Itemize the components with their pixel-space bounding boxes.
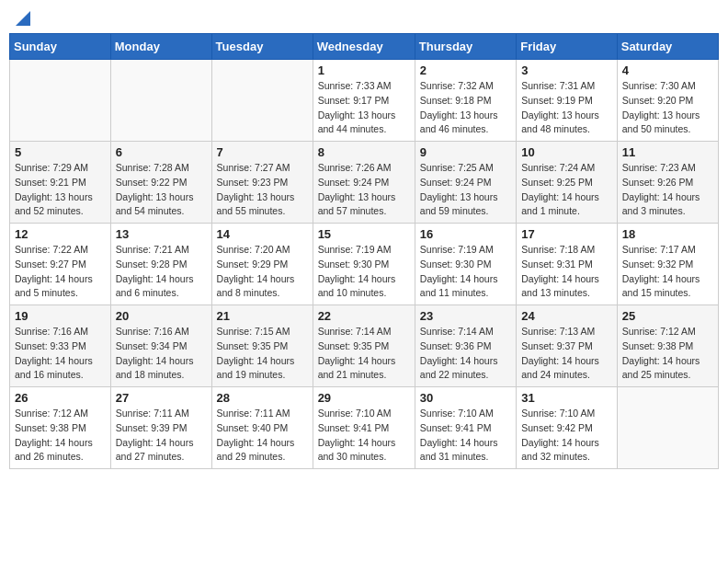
day-info: Sunrise: 7:31 AMSunset: 9:19 PMDaylight:… <box>521 79 612 137</box>
calendar-cell: 8Sunrise: 7:26 AMSunset: 9:24 PMDaylight… <box>313 142 415 224</box>
calendar-cell: 21Sunrise: 7:15 AMSunset: 9:35 PMDayligh… <box>211 305 313 387</box>
calendar-cell: 25Sunrise: 7:12 AMSunset: 9:38 PMDayligh… <box>617 305 718 387</box>
calendar-cell: 4Sunrise: 7:30 AMSunset: 9:20 PMDaylight… <box>617 60 718 142</box>
svg-marker-0 <box>16 11 30 26</box>
page-header <box>9 9 719 26</box>
calendar-cell: 11Sunrise: 7:23 AMSunset: 9:26 PMDayligh… <box>617 142 718 224</box>
calendar-cell: 6Sunrise: 7:28 AMSunset: 9:22 PMDaylight… <box>110 142 211 224</box>
calendar-cell: 20Sunrise: 7:16 AMSunset: 9:34 PMDayligh… <box>110 305 211 387</box>
day-number: 24 <box>521 309 612 323</box>
day-header-tuesday: Tuesday <box>211 34 313 60</box>
day-number: 9 <box>420 145 511 159</box>
calendar-body: 1Sunrise: 7:33 AMSunset: 9:17 PMDaylight… <box>10 60 719 469</box>
calendar-cell: 2Sunrise: 7:32 AMSunset: 9:18 PMDaylight… <box>415 60 516 142</box>
calendar-cell: 27Sunrise: 7:11 AMSunset: 9:39 PMDayligh… <box>110 387 211 469</box>
day-number: 17 <box>521 227 612 241</box>
calendar-cell: 14Sunrise: 7:20 AMSunset: 9:29 PMDayligh… <box>211 224 313 305</box>
day-info: Sunrise: 7:10 AMSunset: 9:41 PMDaylight:… <box>420 407 511 465</box>
day-info: Sunrise: 7:12 AMSunset: 9:38 PMDaylight:… <box>622 325 713 383</box>
calendar-cell: 23Sunrise: 7:14 AMSunset: 9:36 PMDayligh… <box>415 305 516 387</box>
calendar-table: SundayMondayTuesdayWednesdayThursdayFrid… <box>9 33 719 469</box>
day-info: Sunrise: 7:15 AMSunset: 9:35 PMDaylight:… <box>217 325 308 383</box>
day-info: Sunrise: 7:27 AMSunset: 9:23 PMDaylight:… <box>217 161 308 219</box>
calendar-cell: 29Sunrise: 7:10 AMSunset: 9:41 PMDayligh… <box>313 387 415 469</box>
calendar-header-row: SundayMondayTuesdayWednesdayThursdayFrid… <box>10 34 719 60</box>
calendar-cell: 10Sunrise: 7:24 AMSunset: 9:25 PMDayligh… <box>517 142 618 224</box>
day-number: 1 <box>318 63 410 77</box>
week-row-3: 12Sunrise: 7:22 AMSunset: 9:27 PMDayligh… <box>10 224 719 305</box>
day-number: 6 <box>116 145 207 159</box>
day-number: 22 <box>318 309 410 323</box>
day-number: 29 <box>318 391 410 405</box>
calendar-cell: 12Sunrise: 7:22 AMSunset: 9:27 PMDayligh… <box>10 224 111 305</box>
day-info: Sunrise: 7:14 AMSunset: 9:35 PMDaylight:… <box>318 325 410 383</box>
calendar-cell: 16Sunrise: 7:19 AMSunset: 9:30 PMDayligh… <box>415 224 516 305</box>
day-info: Sunrise: 7:18 AMSunset: 9:31 PMDaylight:… <box>521 243 612 301</box>
day-number: 25 <box>622 309 713 323</box>
day-info: Sunrise: 7:25 AMSunset: 9:24 PMDaylight:… <box>420 161 511 219</box>
day-info: Sunrise: 7:24 AMSunset: 9:25 PMDaylight:… <box>521 161 612 219</box>
calendar-cell: 15Sunrise: 7:19 AMSunset: 9:30 PMDayligh… <box>313 224 415 305</box>
day-info: Sunrise: 7:10 AMSunset: 9:41 PMDaylight:… <box>318 407 410 465</box>
logo-icon <box>16 11 30 26</box>
day-info: Sunrise: 7:11 AMSunset: 9:40 PMDaylight:… <box>217 407 308 465</box>
day-header-monday: Monday <box>110 34 211 60</box>
calendar-cell <box>211 60 313 142</box>
calendar-cell: 7Sunrise: 7:27 AMSunset: 9:23 PMDaylight… <box>211 142 313 224</box>
day-number: 7 <box>217 145 308 159</box>
day-number: 27 <box>116 391 207 405</box>
day-header-friday: Friday <box>517 34 618 60</box>
day-info: Sunrise: 7:32 AMSunset: 9:18 PMDaylight:… <box>420 79 511 137</box>
day-number: 14 <box>217 227 308 241</box>
day-info: Sunrise: 7:30 AMSunset: 9:20 PMDaylight:… <box>622 79 713 137</box>
day-header-wednesday: Wednesday <box>313 34 415 60</box>
calendar-cell: 5Sunrise: 7:29 AMSunset: 9:21 PMDaylight… <box>10 142 111 224</box>
calendar-cell: 18Sunrise: 7:17 AMSunset: 9:32 PMDayligh… <box>617 224 718 305</box>
day-number: 19 <box>15 309 106 323</box>
day-number: 31 <box>521 391 612 405</box>
day-header-thursday: Thursday <box>415 34 516 60</box>
day-number: 10 <box>521 145 612 159</box>
calendar-cell: 19Sunrise: 7:16 AMSunset: 9:33 PMDayligh… <box>10 305 111 387</box>
day-info: Sunrise: 7:12 AMSunset: 9:38 PMDaylight:… <box>15 407 106 465</box>
calendar-cell: 1Sunrise: 7:33 AMSunset: 9:17 PMDaylight… <box>313 60 415 142</box>
logo <box>13 9 30 26</box>
week-row-4: 19Sunrise: 7:16 AMSunset: 9:33 PMDayligh… <box>10 305 719 387</box>
calendar-cell: 28Sunrise: 7:11 AMSunset: 9:40 PMDayligh… <box>211 387 313 469</box>
calendar-cell: 22Sunrise: 7:14 AMSunset: 9:35 PMDayligh… <box>313 305 415 387</box>
day-info: Sunrise: 7:22 AMSunset: 9:27 PMDaylight:… <box>15 243 106 301</box>
calendar-cell <box>617 387 718 469</box>
week-row-2: 5Sunrise: 7:29 AMSunset: 9:21 PMDaylight… <box>10 142 719 224</box>
day-info: Sunrise: 7:33 AMSunset: 9:17 PMDaylight:… <box>318 79 410 137</box>
day-number: 23 <box>420 309 511 323</box>
day-info: Sunrise: 7:16 AMSunset: 9:34 PMDaylight:… <box>116 325 207 383</box>
day-info: Sunrise: 7:14 AMSunset: 9:36 PMDaylight:… <box>420 325 511 383</box>
day-info: Sunrise: 7:13 AMSunset: 9:37 PMDaylight:… <box>521 325 612 383</box>
day-number: 21 <box>217 309 308 323</box>
day-info: Sunrise: 7:16 AMSunset: 9:33 PMDaylight:… <box>15 325 106 383</box>
day-number: 26 <box>15 391 106 405</box>
day-number: 2 <box>420 63 511 77</box>
week-row-1: 1Sunrise: 7:33 AMSunset: 9:17 PMDaylight… <box>10 60 719 142</box>
day-number: 20 <box>116 309 207 323</box>
day-info: Sunrise: 7:29 AMSunset: 9:21 PMDaylight:… <box>15 161 106 219</box>
day-number: 8 <box>318 145 410 159</box>
calendar-cell: 24Sunrise: 7:13 AMSunset: 9:37 PMDayligh… <box>517 305 618 387</box>
day-info: Sunrise: 7:20 AMSunset: 9:29 PMDaylight:… <box>217 243 308 301</box>
day-info: Sunrise: 7:19 AMSunset: 9:30 PMDaylight:… <box>420 243 511 301</box>
day-number: 13 <box>116 227 207 241</box>
day-number: 5 <box>15 145 106 159</box>
calendar-cell <box>10 60 111 142</box>
calendar-cell: 9Sunrise: 7:25 AMSunset: 9:24 PMDaylight… <box>415 142 516 224</box>
day-number: 12 <box>15 227 106 241</box>
day-number: 4 <box>622 63 713 77</box>
day-info: Sunrise: 7:10 AMSunset: 9:42 PMDaylight:… <box>521 407 612 465</box>
day-info: Sunrise: 7:19 AMSunset: 9:30 PMDaylight:… <box>318 243 410 301</box>
day-number: 11 <box>622 145 713 159</box>
calendar-cell: 13Sunrise: 7:21 AMSunset: 9:28 PMDayligh… <box>110 224 211 305</box>
day-header-sunday: Sunday <box>10 34 111 60</box>
week-row-5: 26Sunrise: 7:12 AMSunset: 9:38 PMDayligh… <box>10 387 719 469</box>
day-info: Sunrise: 7:11 AMSunset: 9:39 PMDaylight:… <box>116 407 207 465</box>
day-number: 30 <box>420 391 511 405</box>
day-info: Sunrise: 7:21 AMSunset: 9:28 PMDaylight:… <box>116 243 207 301</box>
